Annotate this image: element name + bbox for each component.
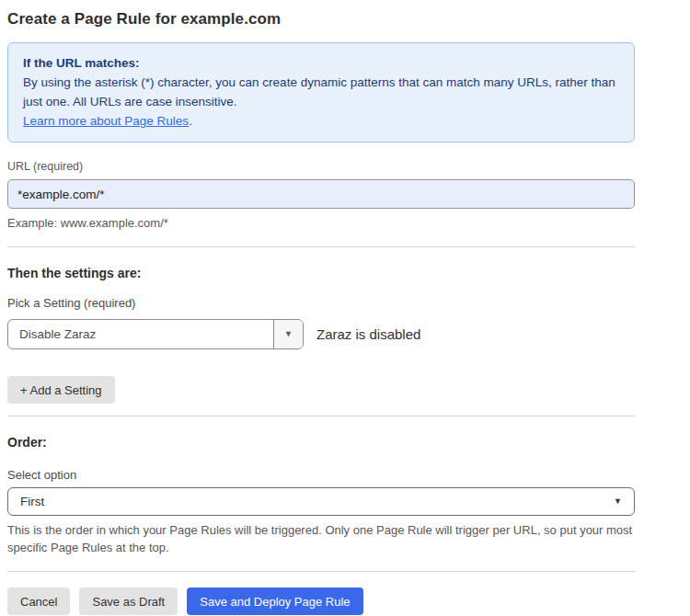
chevron-down-icon: ▼ bbox=[614, 497, 622, 506]
setting-select[interactable]: Disable Zaraz ▼ bbox=[7, 319, 304, 349]
save-as-draft-button[interactable]: Save as Draft bbox=[79, 587, 178, 615]
add-setting-button[interactable]: + Add a Setting bbox=[7, 376, 115, 404]
info-box-heading: If the URL matches: bbox=[23, 53, 619, 73]
divider bbox=[7, 416, 635, 416]
setting-select-arrow-button[interactable]: ▼ bbox=[273, 320, 303, 348]
link-suffix: . bbox=[189, 114, 192, 128]
order-help-text: This is the order in which your Page Rul… bbox=[7, 521, 635, 556]
url-example-text: Example: www.example.com/* bbox=[7, 215, 635, 231]
url-field-label: URL (required) bbox=[7, 160, 635, 173]
setting-row: Disable Zaraz ▼ Zaraz is disabled bbox=[7, 319, 635, 349]
order-select[interactable]: First ▼ bbox=[7, 487, 635, 516]
info-box-body: By using the asterisk (*) character, you… bbox=[23, 73, 619, 111]
info-box-link-line: Learn more about Page Rules. bbox=[23, 111, 619, 131]
cancel-button[interactable]: Cancel bbox=[7, 587, 70, 615]
learn-more-link[interactable]: Learn more about Page Rules bbox=[23, 114, 189, 128]
url-matches-info-box: If the URL matches: By using the asteris… bbox=[7, 42, 635, 143]
save-and-deploy-button[interactable]: Save and Deploy Page Rule bbox=[187, 587, 362, 615]
setting-select-value: Disable Zaraz bbox=[8, 320, 273, 348]
chevron-down-icon: ▼ bbox=[284, 330, 293, 338]
order-select-value: First bbox=[20, 495, 614, 508]
pick-setting-label: Pick a Setting (required) bbox=[7, 296, 635, 310]
order-select-label: Select option bbox=[7, 468, 635, 482]
divider bbox=[7, 246, 635, 247]
setting-status-text: Zaraz is disabled bbox=[316, 326, 420, 342]
url-input[interactable] bbox=[7, 179, 635, 209]
page-title: Create a Page Rule for example.com bbox=[7, 10, 635, 29]
settings-section-heading: Then the settings are: bbox=[7, 266, 635, 280]
divider bbox=[7, 571, 635, 572]
page-rule-form: Create a Page Rule for example.com If th… bbox=[7, 0, 635, 615]
order-section-heading: Order: bbox=[7, 435, 635, 450]
form-actions: Cancel Save as Draft Save and Deploy Pag… bbox=[7, 587, 635, 615]
